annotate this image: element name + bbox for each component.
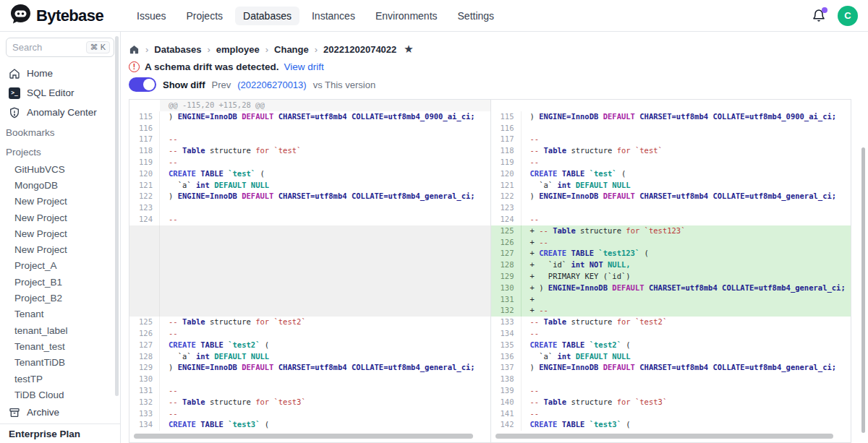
diff-row: 132-- Table structure for `test3` [129, 397, 490, 408]
diff-row: 124-- [129, 214, 490, 225]
notification-dot [822, 7, 827, 13]
diff-row: 128 `a` int DEFAULT NULL [129, 351, 490, 363]
sidebar-project-item[interactable]: TenantTiDB [0, 355, 120, 371]
diff-row: 118-- Table structure for `test` [491, 145, 851, 157]
diff-row-added: 132+ -- [491, 305, 851, 317]
sidebar-project-item[interactable]: Project_B2 [0, 290, 120, 306]
nav-tab-settings[interactable]: Settings [450, 7, 503, 25]
main-content: ›Databases›employee›Change›2022120207402… [121, 32, 868, 443]
breadcrumb-item[interactable]: Databases [154, 44, 201, 55]
diff-row: 138 [491, 374, 851, 385]
terminal-icon: >_ [9, 87, 20, 99]
notifications-bell[interactable] [812, 8, 826, 24]
diff-row: 126-- [129, 328, 490, 340]
diff-header-spacer [491, 100, 851, 111]
sidebar-item-home[interactable]: Home [0, 64, 120, 83]
sidebar-section-projects: Projects [0, 143, 120, 161]
diff-row-added: 130+ ) ENGINE=InnoDB DEFAULT CHARSET=utf… [491, 283, 851, 294]
sidebar-project-list: GitHubVCSMongoDBNew ProjectNew ProjectNe… [0, 161, 120, 403]
sidebar-project-item[interactable]: Tenant_test [0, 338, 120, 354]
diff-row: 116 [129, 123, 490, 134]
bytebase-logo-icon [10, 4, 31, 27]
diff-row: 130 [129, 374, 490, 385]
nav-tab-issues[interactable]: Issues [129, 7, 174, 25]
sidebar-project-item[interactable]: New Project [0, 241, 120, 257]
sidebar-project-item[interactable]: GitHubVCS [0, 161, 120, 177]
sidebar-project-item[interactable]: Tenant [0, 306, 120, 322]
nav-tab-projects[interactable]: Projects [178, 7, 231, 25]
sidebar-item-anomaly-center[interactable]: Anomaly Center [0, 103, 120, 122]
diff-row: 125-- Table structure for `test2` [129, 317, 490, 328]
home-icon[interactable] [129, 44, 140, 55]
sidebar-project-item[interactable]: Project_B1 [0, 274, 120, 290]
diff-row: 117-- [491, 134, 851, 145]
view-drift-link[interactable]: View drift [284, 61, 324, 72]
diff-row: 115) ENGINE=InnoDB DEFAULT CHARSET=utf8m… [491, 111, 851, 123]
search-input[interactable] [12, 42, 77, 53]
sidebar-project-item[interactable]: MongoDB [0, 177, 120, 193]
home-icon [9, 68, 20, 79]
sidebar-item-sql-editor[interactable]: >_ SQL Editor [0, 83, 120, 103]
search-shortcut-badge: ⌘ K [86, 41, 110, 53]
sidebar-project-item[interactable]: New Project [0, 225, 120, 241]
diff-row: 118-- Table structure for `test` [129, 145, 490, 157]
show-diff-toggle[interactable] [129, 77, 156, 92]
diff-hunk-header: @@ -115,20 +115,28 @@ [129, 100, 490, 111]
diff-row: 116 [491, 123, 851, 134]
schema-drift-alert: ! A schema drift was detected. View drif… [129, 58, 868, 75]
diff-filler-block [129, 225, 490, 317]
diff-row: 139-- [491, 385, 851, 397]
prev-version-link[interactable]: (202206270013) [237, 79, 306, 90]
bytebase-logo-text: Bytebase [36, 7, 103, 25]
breadcrumb-separator: › [315, 44, 318, 55]
star-icon[interactable]: ★ [404, 43, 413, 56]
schema-diff-view: @@ -115,20 +115,28 @@115) ENGINE=InnoDB … [129, 99, 851, 443]
diff-left-hscrollbar[interactable] [134, 434, 473, 439]
sidebar-scrollbar[interactable] [115, 36, 119, 396]
diff-row: 120CREATE TABLE `test` ( [129, 168, 490, 180]
breadcrumb-separator: › [145, 44, 148, 55]
breadcrumb-item[interactable]: Change [274, 44, 309, 55]
sidebar-item-label: SQL Editor [27, 87, 75, 98]
diff-row: 121 `a` int DEFAULT NULL [491, 180, 851, 192]
sidebar-project-item[interactable]: tenant_label [0, 322, 120, 338]
diff-row: 115) ENGINE=InnoDB DEFAULT CHARSET=utf8m… [129, 111, 490, 123]
sidebar-project-item[interactable]: New Project [0, 210, 120, 225]
bytebase-logo[interactable]: Bytebase [10, 4, 120, 27]
sidebar-project-item[interactable]: New Project [0, 194, 120, 210]
diff-row: 124-- [491, 214, 851, 225]
main-nav-links: IssuesProjectsDatabasesInstancesEnvironm… [129, 7, 812, 25]
top-nav: Bytebase IssuesProjectsDatabasesInstance… [0, 0, 868, 32]
sidebar-project-item[interactable]: Project_A [0, 258, 120, 274]
sidebar-item-archive[interactable]: Archive [0, 401, 120, 423]
breadcrumb-separator: › [265, 44, 268, 55]
prev-label: Prev [212, 79, 231, 90]
diff-row: 141-- [491, 408, 851, 420]
search-box[interactable]: ⌘ K [6, 38, 114, 57]
sidebar-item-label: Home [27, 68, 53, 79]
diff-row: 121 `a` int DEFAULT NULL [129, 180, 490, 192]
diff-row: 122) ENGINE=InnoDB DEFAULT CHARSET=utf8m… [491, 191, 851, 202]
diff-toolbar: Show diff Prev (202206270013) vs This ve… [129, 75, 868, 94]
diff-row: 119-- [491, 157, 851, 168]
sidebar-project-item[interactable]: testTP [0, 371, 120, 387]
plan-badge: Enterprise Plan [0, 423, 120, 443]
breadcrumb: ›Databases›employee›Change›2022120207402… [129, 40, 868, 58]
sidebar-section-bookmarks: Bookmarks [0, 124, 120, 142]
diff-row: 123 [491, 202, 851, 214]
vs-label: vs This version [313, 79, 375, 90]
breadcrumb-item[interactable]: employee [216, 44, 260, 55]
main-vscrollbar[interactable] [861, 147, 865, 433]
diff-row: 122) ENGINE=InnoDB DEFAULT CHARSET=utf8m… [129, 191, 490, 202]
breadcrumb-item[interactable]: 20221202074022 [323, 44, 396, 55]
diff-right-hscrollbar[interactable] [495, 434, 834, 439]
diff-row-added: 131+ [491, 294, 851, 306]
nav-tab-environments[interactable]: Environments [367, 7, 446, 25]
user-avatar[interactable]: C [838, 6, 858, 26]
sidebar: ⌘ K Home >_ SQL Editor Anomaly Center Bo… [0, 32, 121, 443]
nav-tab-instances[interactable]: Instances [304, 7, 363, 25]
diff-row: 140-- Table structure for `test3` [491, 397, 851, 408]
diff-row: 131-- [129, 385, 490, 397]
diff-row: 129) ENGINE=InnoDB DEFAULT CHARSET=utf8m… [129, 362, 490, 374]
nav-tab-databases[interactable]: Databases [235, 7, 299, 25]
